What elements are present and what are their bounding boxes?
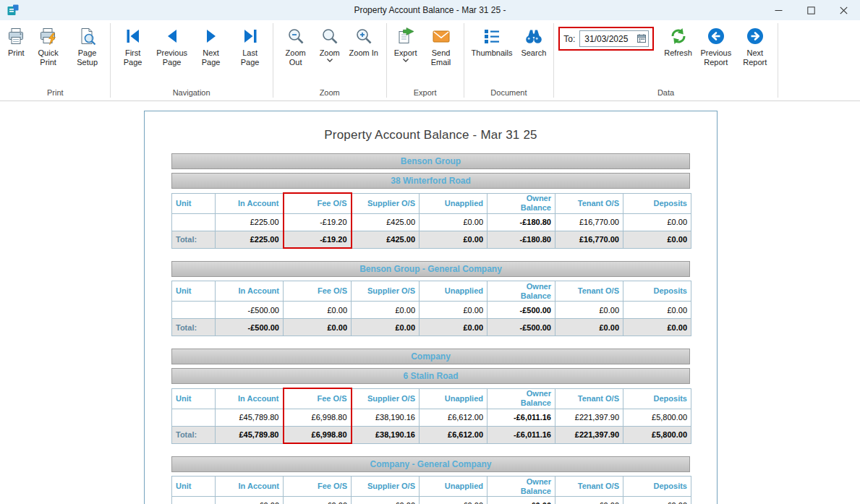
- first-page-button-label: First Page: [116, 48, 150, 67]
- column-header: Supplier O/S: [352, 281, 420, 302]
- report-section: Company - General CompanyUnitIn AccountF…: [171, 456, 690, 504]
- previous-report-button-label: Previous Report: [699, 48, 733, 67]
- balance-table: UnitIn AccountFee O/SSupplier O/SUnappli…: [171, 476, 691, 504]
- print-button-label: Print: [7, 48, 26, 58]
- column-header: In Account: [216, 281, 284, 302]
- send-email-button[interactable]: Send Email: [422, 20, 461, 69]
- minimize-button[interactable]: [762, 0, 795, 20]
- section-header-bar: Company - General Company: [171, 456, 690, 472]
- page-setup-icon: [78, 26, 97, 46]
- data-cell: -£180.80: [488, 213, 555, 231]
- quick-print-button[interactable]: Quick Print: [29, 20, 68, 69]
- data-cell: £0.00: [352, 302, 420, 319]
- zoom-group-label: Zoom: [276, 88, 383, 101]
- data-cell: -£19.20: [284, 213, 352, 231]
- total-cell: £0.00: [284, 319, 352, 336]
- total-cell: £425.00: [352, 231, 420, 248]
- search-button-label: Search: [519, 48, 548, 58]
- data-cell: £425.00: [352, 213, 420, 231]
- column-header: Unapplied: [420, 281, 488, 302]
- data-cell: £0.00: [623, 213, 691, 231]
- column-header: Deposits: [623, 281, 691, 302]
- total-row: Total:-£500.00£0.00£0.00£0.00-£500.00£0.…: [172, 319, 691, 336]
- data-row: -£500.00£0.00£0.00£0.00-£500.00£0.00£0.0…: [172, 302, 691, 319]
- ribbon-separator: [464, 23, 464, 98]
- data-cell: £6,612.00: [420, 409, 488, 426]
- column-header: Supplier O/S: [352, 193, 420, 213]
- column-header: Owner Balance: [488, 477, 555, 497]
- total-cell: £0.00: [623, 231, 691, 248]
- column-header: In Account: [216, 477, 284, 497]
- data-cell: £38,190.16: [352, 409, 420, 426]
- zoom-out-button[interactable]: Zoom Out: [276, 20, 315, 69]
- ribbon-group-print: Print Quick Print: [1, 20, 109, 101]
- ribbon-group-document: Thumbnails Search Document: [465, 20, 553, 101]
- first-page-button[interactable]: First Page: [114, 20, 153, 69]
- total-cell: £0.00: [555, 319, 623, 336]
- total-cell: £0.00: [352, 319, 420, 336]
- data-cell: £0.00: [352, 497, 420, 504]
- date-to-field-highlight: To:: [558, 27, 654, 51]
- data-cell: £0.00: [623, 302, 691, 319]
- column-header: Owner Balance: [488, 193, 555, 213]
- app-icon: [7, 4, 20, 17]
- ribbon-separator: [386, 23, 387, 98]
- column-header: Tenant O/S: [555, 193, 623, 213]
- total-cell: £6,998.80: [284, 426, 352, 443]
- report-title: Property Account Balance - Mar 31 25: [145, 128, 717, 142]
- window-controls: [762, 0, 860, 20]
- page-setup-button[interactable]: Page Setup: [68, 20, 107, 69]
- header-row: UnitIn AccountFee O/SSupplier O/SUnappli…: [172, 281, 691, 302]
- total-cell: -£19.20: [284, 231, 352, 248]
- export-icon: [396, 26, 415, 46]
- report-body: Benson Group38 Winterford RoadUnitIn Acc…: [171, 153, 690, 504]
- data-cell: £0.00: [623, 497, 691, 504]
- next-page-button-label: Next Page: [195, 48, 228, 67]
- data-cell: [172, 409, 216, 426]
- data-cell: £0.00: [488, 497, 555, 504]
- titlebar: Property Account Balance - Mar 31 25 -: [0, 0, 860, 20]
- total-cell: £5,800.00: [623, 426, 691, 443]
- total-cell: £225.00: [216, 231, 284, 248]
- refresh-button[interactable]: Refresh: [660, 20, 697, 60]
- maximize-button[interactable]: [795, 0, 827, 20]
- report-section: Benson Group - General CompanyUnitIn Acc…: [171, 261, 690, 336]
- total-cell: Total:: [172, 231, 216, 248]
- total-cell: -£500.00: [488, 319, 555, 336]
- page-setup-button-label: Page Setup: [71, 48, 104, 67]
- column-header: Tenant O/S: [555, 281, 623, 302]
- last-page-button[interactable]: Last Page: [231, 20, 270, 69]
- calendar-icon[interactable]: [636, 33, 647, 44]
- print-button[interactable]: Print: [4, 20, 29, 60]
- previous-page-icon: [163, 26, 182, 46]
- data-cell: £0.00: [420, 302, 488, 319]
- zoom-in-button[interactable]: Zoom In: [344, 20, 383, 60]
- total-cell: £38,190.16: [352, 426, 420, 443]
- column-header: In Account: [216, 388, 284, 409]
- ribbon-separator: [778, 23, 778, 98]
- data-cell: £0.00: [555, 497, 623, 504]
- column-header: Fee O/S: [284, 477, 352, 497]
- search-button[interactable]: Search: [516, 20, 550, 60]
- quick-print-button-label: Quick Print: [32, 48, 65, 67]
- next-report-button-label: Next Report: [738, 48, 772, 67]
- previous-page-button[interactable]: Previous Page: [153, 20, 192, 69]
- previous-report-button[interactable]: Previous Report: [697, 20, 736, 69]
- close-button[interactable]: [827, 0, 860, 20]
- column-header: Deposits: [623, 388, 691, 409]
- column-header: Unit: [172, 477, 216, 497]
- section-header-bar: Benson Group - General Company: [171, 261, 690, 277]
- search-binoculars-icon: [524, 26, 543, 46]
- next-report-button[interactable]: Next Report: [736, 20, 775, 69]
- export-button[interactable]: Export: [390, 20, 422, 64]
- total-row: Total:£45,789.80£6,998.80£38,190.16£6,61…: [172, 426, 691, 443]
- thumbnails-button[interactable]: Thumbnails: [467, 20, 517, 60]
- section-header-bar: 6 Stalin Road: [171, 368, 690, 384]
- next-page-button[interactable]: Next Page: [192, 20, 231, 69]
- to-date-input-wrap: [579, 30, 649, 47]
- last-page-icon: [241, 26, 260, 46]
- email-envelope-icon: [432, 26, 451, 46]
- zoom-button[interactable]: Zoom: [315, 20, 344, 64]
- data-row: £225.00-£19.20£425.00£0.00-£180.80£16,77…: [172, 213, 691, 231]
- column-header: In Account: [216, 193, 284, 213]
